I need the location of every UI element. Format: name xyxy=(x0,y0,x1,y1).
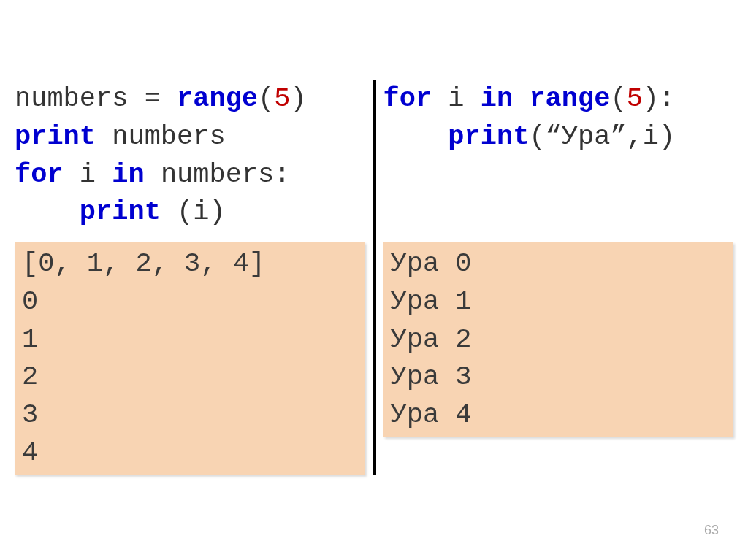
slide: numbers = range(5) print numbers for i i… xyxy=(0,0,748,560)
number-literal: 5 xyxy=(274,83,290,114)
two-column-layout: numbers = range(5) print numbers for i i… xyxy=(9,80,739,475)
keyword-print: print xyxy=(15,121,96,152)
page-number: 63 xyxy=(704,523,719,538)
indent xyxy=(383,121,449,152)
indent xyxy=(15,196,80,227)
keyword-in: in xyxy=(112,159,144,190)
keyword-for: for xyxy=(383,83,432,114)
keyword-in: in xyxy=(481,83,513,114)
keyword-print: print xyxy=(448,121,529,152)
code-text: numbers: xyxy=(145,159,291,190)
keyword-print: print xyxy=(80,196,161,227)
paren: ( xyxy=(610,83,626,114)
code-text: (“Ура”,i) xyxy=(529,121,675,152)
code-text: numbers xyxy=(96,121,226,152)
number-literal: 5 xyxy=(627,83,643,114)
left-output-block: [0, 1, 2, 3, 4] 0 1 2 3 4 xyxy=(15,242,365,475)
code-text: numbers = xyxy=(15,83,177,114)
paren: ) xyxy=(291,83,307,114)
left-column: numbers = range(5) print numbers for i i… xyxy=(9,80,376,475)
code-text: (i) xyxy=(161,196,226,227)
left-code-block: numbers = range(5) print numbers for i i… xyxy=(15,80,365,234)
right-code-block: for i in range(5): print(“Ура”,i) xyxy=(383,80,734,234)
keyword-range: range xyxy=(513,83,610,114)
paren: ( xyxy=(258,83,274,114)
paren: ): xyxy=(643,83,675,114)
code-text: i xyxy=(64,159,112,190)
right-column: for i in range(5): print(“Ура”,i) Ура 0 … xyxy=(376,80,740,475)
keyword-range: range xyxy=(177,83,258,114)
keyword-for: for xyxy=(15,159,64,190)
code-text: i xyxy=(432,83,481,114)
right-output-block: Ура 0 Ура 1 Ура 2 Ура 3 Ура 4 xyxy=(383,242,734,437)
